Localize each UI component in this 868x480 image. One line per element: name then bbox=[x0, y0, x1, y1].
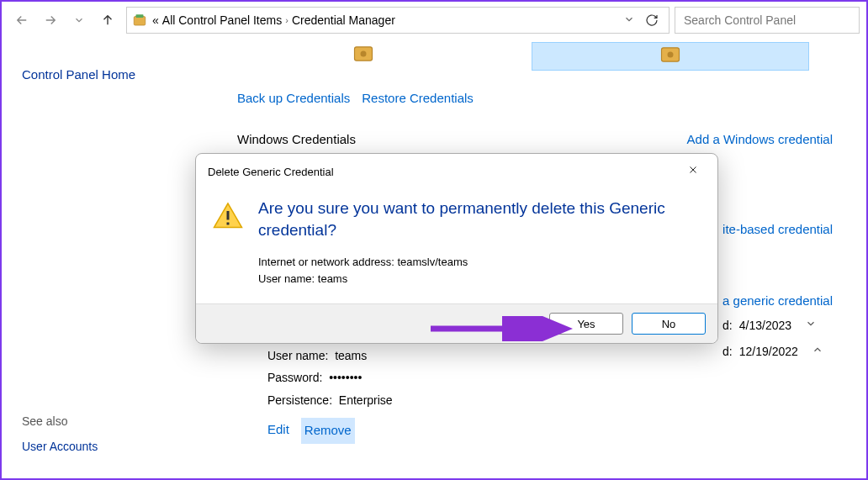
web-credentials-tile[interactable] bbox=[237, 42, 490, 71]
breadcrumb-item[interactable]: Credential Manager bbox=[292, 13, 395, 27]
breadcrumb: « All Control Panel Items › Credential M… bbox=[152, 13, 618, 27]
breadcrumb-item[interactable]: All Control Panel Items bbox=[162, 13, 282, 27]
edit-link[interactable]: Edit bbox=[267, 418, 289, 444]
up-button[interactable] bbox=[94, 7, 121, 34]
warning-icon bbox=[213, 201, 243, 231]
yes-button[interactable]: Yes bbox=[549, 313, 623, 335]
credential-row[interactable]: d: 12/19/2022 bbox=[722, 344, 833, 358]
breadcrumb-prefix: « bbox=[152, 13, 159, 27]
address-bar[interactable]: « All Control Panel Items › Credential M… bbox=[126, 7, 670, 34]
remove-link[interactable]: Remove bbox=[301, 418, 355, 444]
close-button[interactable] bbox=[680, 161, 706, 182]
modified-date: 12/19/2022 bbox=[739, 345, 798, 358]
add-cert-credential-link[interactable]: ite-based credential bbox=[722, 222, 833, 236]
modified-date: 4/13/2023 bbox=[739, 319, 791, 332]
chevron-down-icon bbox=[805, 318, 817, 332]
detail-username: teams bbox=[335, 349, 367, 362]
search-placeholder: Search Control Panel bbox=[684, 13, 796, 27]
user-accounts-link[interactable]: User Accounts bbox=[22, 440, 200, 453]
restore-credentials-link[interactable]: Restore Credentials bbox=[362, 91, 474, 105]
windows-credentials-tile[interactable] bbox=[532, 42, 809, 71]
svg-point-3 bbox=[361, 51, 367, 57]
detail-persistence: Enterprise bbox=[339, 393, 393, 407]
refresh-button[interactable] bbox=[640, 13, 664, 27]
address-dropdown-icon[interactable] bbox=[623, 13, 635, 28]
chevron-right-icon: › bbox=[285, 15, 288, 25]
detail-password: •••••••• bbox=[329, 371, 362, 384]
forward-button[interactable] bbox=[37, 7, 64, 34]
dialog-heading: Are you sure you want to permanently del… bbox=[258, 198, 697, 240]
svg-rect-6 bbox=[227, 211, 230, 220]
add-generic-credential-link[interactable]: a generic credential bbox=[722, 293, 833, 308]
delete-credential-dialog: Delete Generic Credential Are you sure y… bbox=[195, 153, 718, 344]
sidebar: Control Panel Home See also User Account… bbox=[2, 39, 220, 478]
svg-rect-7 bbox=[227, 223, 230, 225]
add-windows-credential-link[interactable]: Add a Windows credential bbox=[687, 132, 833, 146]
control-panel-home-link[interactable]: Control Panel Home bbox=[22, 67, 200, 82]
svg-rect-0 bbox=[134, 17, 146, 26]
control-panel-icon bbox=[132, 13, 147, 28]
back-button[interactable] bbox=[8, 7, 35, 34]
vault-icon bbox=[352, 42, 375, 66]
dialog-info-user: User name: teams bbox=[258, 271, 697, 287]
recent-dropdown-icon[interactable] bbox=[66, 7, 93, 34]
search-input[interactable]: Search Control Panel bbox=[675, 7, 860, 34]
section-title: Windows Credentials bbox=[237, 132, 356, 146]
see-also-heading: See also bbox=[22, 414, 200, 428]
vault-icon bbox=[659, 43, 682, 66]
credential-row[interactable]: d: 4/13/2023 bbox=[722, 318, 833, 332]
dialog-title: Delete Generic Credential bbox=[208, 166, 334, 178]
svg-point-5 bbox=[668, 52, 674, 58]
no-button[interactable]: No bbox=[632, 313, 706, 335]
section-header: Windows Credentials Add a Windows creden… bbox=[237, 129, 833, 150]
chevron-up-icon bbox=[812, 344, 823, 358]
svg-rect-1 bbox=[136, 14, 144, 18]
toolbar: « All Control Panel Items › Credential M… bbox=[2, 2, 866, 39]
backup-credentials-link[interactable]: Back up Credentials bbox=[237, 91, 350, 105]
dialog-info-address: Internet or network address: teamslv/tea… bbox=[258, 254, 697, 271]
